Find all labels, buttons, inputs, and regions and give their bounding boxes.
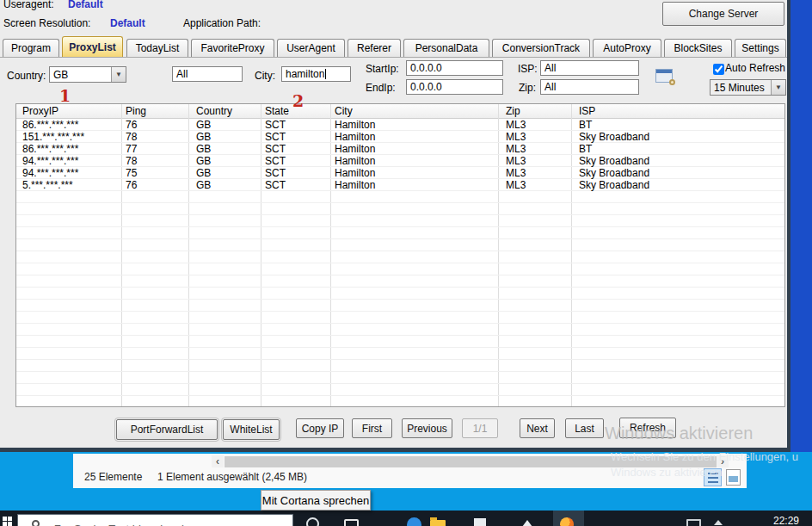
- change-server-button[interactable]: Change Server: [662, 2, 784, 26]
- state-filter-input[interactable]: [172, 66, 243, 82]
- previous-button[interactable]: Previous: [402, 418, 452, 438]
- chevron-down-icon[interactable]: ▼: [111, 67, 126, 82]
- col-isp[interactable]: ISP: [579, 105, 595, 117]
- tray-expand-icon[interactable]: [714, 520, 723, 525]
- city-input[interactable]: hamilton: [281, 66, 351, 82]
- tab-blocksites[interactable]: BlockSites: [664, 39, 732, 57]
- table-row[interactable]: 151.***.***.*** 78 GB SCT Hamilton ML3 S…: [16, 131, 784, 143]
- application-path-label: Application Path:: [183, 17, 261, 29]
- tab-todaylist[interactable]: TodayList: [126, 39, 188, 57]
- col-proxyip[interactable]: ProxyIP: [22, 105, 58, 117]
- cell-city: Hamilton: [335, 143, 375, 155]
- copy-ip-button[interactable]: Copy IP: [296, 418, 344, 438]
- tab-program[interactable]: Program: [3, 39, 59, 57]
- proxy-table-header[interactable]: ProxyIP Ping Country State City Zip ISP: [16, 104, 784, 119]
- store-icon[interactable]: [474, 518, 486, 526]
- tab-useragent[interactable]: UserAgent: [277, 39, 345, 57]
- tab-conversiontrack[interactable]: ConversionTrack: [492, 39, 590, 57]
- table-row[interactable]: 5.***.***.*** 76 GB SCT Hamilton ML3 Sky…: [16, 179, 784, 191]
- proxy-table-body: 86.***.***.*** 76 GB SCT Hamilton ML3 BT…: [16, 119, 784, 406]
- app-icon[interactable]: [520, 520, 535, 526]
- startip-input[interactable]: [406, 60, 503, 76]
- cell-state: SCT: [265, 179, 286, 191]
- cell-zip: ML3: [506, 119, 526, 131]
- zip-input[interactable]: [540, 79, 639, 95]
- auto-refresh-checkbox[interactable]: [713, 64, 724, 75]
- country-selected-value: GB: [50, 69, 111, 81]
- cell-proxyip: 151.***.***.***: [22, 131, 84, 143]
- scroll-left-icon[interactable]: ‹: [212, 455, 224, 467]
- annotation-1: 1: [59, 86, 71, 105]
- country-select[interactable]: GB ▼: [49, 66, 126, 83]
- cell-isp: BT: [579, 143, 592, 155]
- table-row[interactable]: 86.***.***.*** 77 GB SCT Hamilton ML3 BT: [16, 143, 784, 155]
- cell-zip: ML3: [506, 143, 526, 155]
- tab-autoproxy[interactable]: AutoProxy: [593, 39, 661, 57]
- cell-ping: 76: [126, 119, 137, 131]
- annotation-2: 2: [292, 91, 304, 110]
- cell-city: Hamilton: [335, 131, 375, 143]
- touch-keyboard-icon[interactable]: [686, 519, 701, 526]
- chevron-down-icon[interactable]: ▼: [771, 80, 785, 95]
- cell-zip: ML3: [506, 155, 526, 167]
- col-ping[interactable]: Ping: [126, 105, 146, 117]
- details-view-icon[interactable]: [704, 468, 722, 486]
- screen-resolution-label: Screen Resolution:: [3, 17, 90, 29]
- cell-isp: Sky Broadband: [579, 167, 649, 179]
- tabstrip-baseline: [0, 57, 787, 58]
- isp-input[interactable]: [540, 60, 639, 76]
- cortana-icon[interactable]: [306, 517, 319, 526]
- last-button[interactable]: Last: [565, 418, 604, 438]
- cell-proxyip: 94.***.***.***: [22, 167, 78, 179]
- cell-state: SCT: [265, 119, 286, 131]
- proxy-table[interactable]: ProxyIP Ping Country State City Zip ISP …: [15, 103, 785, 407]
- thumbnail-view-icon[interactable]: [726, 469, 741, 486]
- table-row[interactable]: 86.***.***.*** 76 GB SCT Hamilton ML3 BT: [16, 119, 784, 131]
- cell-country: GB: [196, 131, 211, 143]
- taskbar: Zur Suche Text hier eingeben 22:29: [0, 511, 812, 526]
- cell-state: SCT: [265, 167, 286, 179]
- tab-settings[interactable]: Settings: [735, 39, 786, 57]
- edge-browser-icon[interactable]: [407, 517, 421, 526]
- cell-state: SCT: [265, 131, 286, 143]
- cell-city: Hamilton: [335, 155, 375, 167]
- start-button[interactable]: [3, 517, 12, 526]
- isp-label: ISP:: [518, 63, 538, 75]
- scroll-right-icon[interactable]: ›: [717, 455, 729, 467]
- tab-personaldata[interactable]: PersonalData: [403, 39, 489, 57]
- horizontal-scrollbar[interactable]: [225, 456, 717, 467]
- firefox-icon[interactable]: [560, 517, 574, 526]
- col-state[interactable]: State: [265, 105, 289, 117]
- refresh-button[interactable]: Refresh: [619, 418, 676, 438]
- cell-ping: 77: [126, 143, 137, 155]
- page-indicator: 1/1: [462, 418, 498, 438]
- file-explorer-icon[interactable]: [430, 520, 446, 526]
- taskbar-search-input[interactable]: Zur Suche Text hier eingeben: [17, 514, 293, 526]
- tab-proxylist[interactable]: ProxyList: [62, 36, 123, 57]
- next-button[interactable]: Next: [520, 418, 555, 438]
- col-zip[interactable]: Zip: [506, 105, 520, 117]
- col-country[interactable]: Country: [196, 105, 232, 117]
- tab-favoriteproxy[interactable]: FavoriteProxy: [191, 39, 274, 57]
- image-glyph: [729, 476, 738, 482]
- taskbar-clock[interactable]: 22:29: [773, 515, 799, 526]
- cell-proxyip: 94.***.***.***: [22, 155, 78, 167]
- city-label: City:: [255, 70, 275, 82]
- whitelist-button[interactable]: WhiteList: [223, 419, 280, 440]
- col-city[interactable]: City: [335, 105, 353, 117]
- screen-resolution-value[interactable]: Default: [110, 17, 145, 29]
- useragent-value[interactable]: Default: [68, 0, 103, 10]
- task-view-icon[interactable]: [344, 519, 359, 526]
- tab-referer[interactable]: Referer: [348, 39, 401, 57]
- cell-isp: Sky Broadband: [579, 155, 649, 167]
- preview-search-icon[interactable]: [655, 69, 673, 83]
- text-cursor: [325, 69, 326, 79]
- table-row[interactable]: 94.***.***.*** 78 GB SCT Hamilton ML3 Sk…: [16, 155, 784, 167]
- first-button[interactable]: First: [352, 418, 392, 438]
- useragent-label: Useragent:: [3, 0, 54, 10]
- refresh-interval-select[interactable]: 15 Minutes ▼: [710, 79, 786, 96]
- table-row[interactable]: 94.***.***.*** 75 GB SCT Hamilton ML3 Sk…: [16, 167, 784, 179]
- portforwardlist-button[interactable]: PortForwardList: [116, 419, 218, 440]
- endip-input[interactable]: [406, 79, 503, 95]
- cell-country: GB: [196, 167, 211, 179]
